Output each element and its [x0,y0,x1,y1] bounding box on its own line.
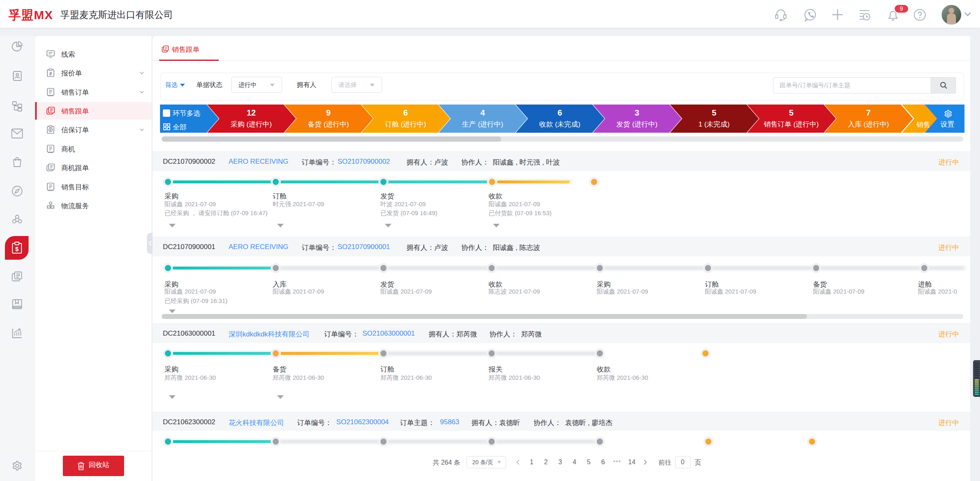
svg-text:$: $ [15,245,19,252]
